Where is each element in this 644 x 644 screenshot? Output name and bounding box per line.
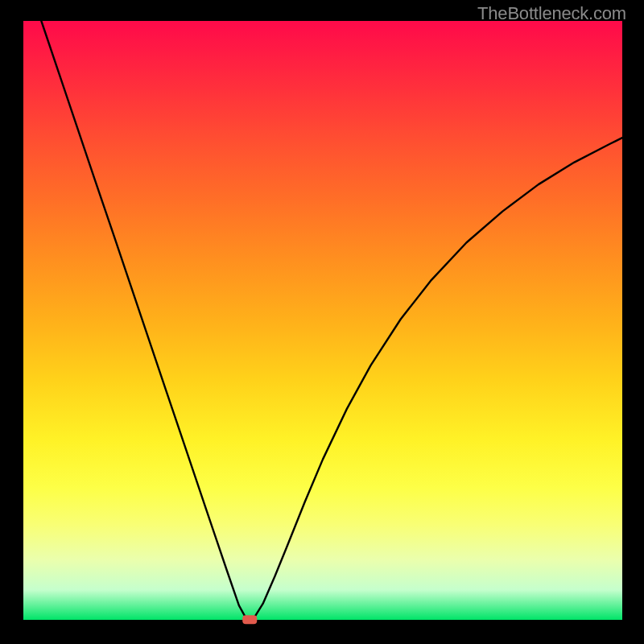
watermark-text: TheBottleneck.com bbox=[477, 3, 626, 24]
chart-marker bbox=[242, 615, 257, 624]
chart-curve bbox=[41, 21, 622, 619]
chart-curve-layer bbox=[23, 21, 622, 620]
